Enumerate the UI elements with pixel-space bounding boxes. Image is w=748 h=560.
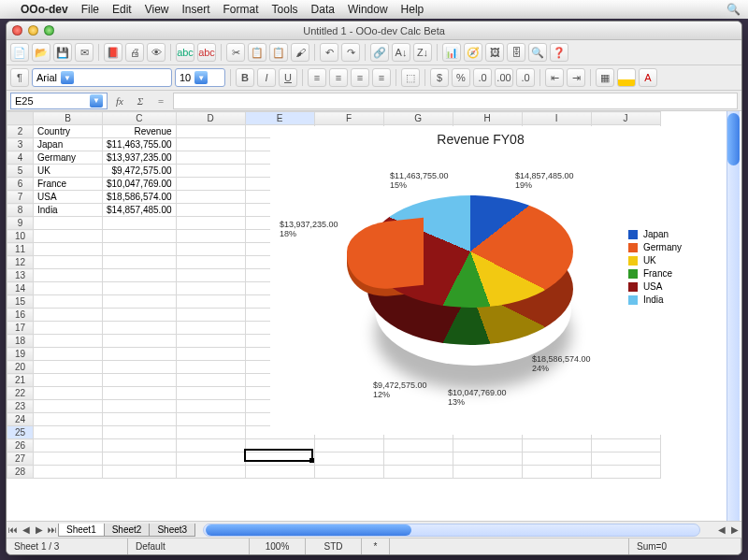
cell-D22[interactable] [176,387,245,400]
cell-D12[interactable] [176,256,245,269]
cell-C13[interactable] [103,269,177,282]
align-right-button[interactable]: ≡ [351,68,369,87]
chart-button[interactable]: 📊 [442,43,461,62]
cell-B17[interactable] [34,322,103,335]
row-header-5[interactable]: 5 [7,165,34,178]
row-header-4[interactable]: 4 [7,151,34,165]
merge-cells-button[interactable]: ⬚ [401,68,420,87]
menu-help[interactable]: Help [401,3,424,16]
sort-asc-button[interactable]: A↓ [392,43,410,62]
cell-B13[interactable] [34,269,103,282]
cell-C24[interactable] [103,413,177,426]
cell-D20[interactable] [176,361,245,374]
row-header-15[interactable]: 15 [7,295,34,309]
row-header-12[interactable]: 12 [7,256,34,269]
italic-button[interactable]: I [257,68,276,87]
cell-D11[interactable] [176,243,245,256]
hyperlink-button[interactable]: 🔗 [370,43,389,62]
row-header-11[interactable]: 11 [7,243,34,256]
align-center-button[interactable]: ≡ [329,68,348,87]
menu-app[interactable]: OOo-dev [21,3,68,16]
row-header-13[interactable]: 13 [7,269,34,282]
cell-C28[interactable] [103,466,177,479]
row-header-21[interactable]: 21 [7,374,34,387]
currency-button[interactable]: $ [430,68,449,87]
tab-prev-button[interactable]: ◀ [20,524,33,537]
cell-D13[interactable] [176,269,245,282]
chevron-down-icon[interactable]: ▼ [61,71,74,84]
cell-D28[interactable] [176,466,245,479]
row-header-18[interactable]: 18 [7,335,34,348]
row-header-3[interactable]: 3 [7,138,34,151]
menu-format[interactable]: Format [223,3,259,16]
cell-D9[interactable] [176,217,245,230]
zoom-button[interactable]: 🔍 [528,43,547,62]
row-header-24[interactable]: 24 [7,413,34,426]
cell-D23[interactable] [176,400,245,413]
cell-C7[interactable]: $18,586,574.00 [103,191,177,204]
row-header-8[interactable]: 8 [7,204,34,217]
menu-window[interactable]: Window [348,3,388,16]
print-preview-button[interactable]: 👁 [147,43,165,62]
cell-D26[interactable] [176,439,245,452]
align-left-button[interactable]: ≡ [308,68,326,87]
cell-B22[interactable] [34,387,103,400]
function-wizard-button[interactable]: fx [111,93,128,109]
col-header-G[interactable]: G [383,112,453,125]
row-header-22[interactable]: 22 [7,387,34,400]
cell-D18[interactable] [176,335,245,348]
cell-D4[interactable] [176,151,245,165]
cell-B15[interactable] [34,295,103,309]
cell-C16[interactable] [103,309,177,322]
row-header-23[interactable]: 23 [7,400,34,413]
cell-C11[interactable] [103,243,177,256]
redo-button[interactable]: ↷ [341,43,360,62]
titlebar[interactable]: Untitled 1 - OOo-dev Calc Beta [7,22,741,40]
datasources-button[interactable]: 🗄 [507,43,525,62]
col-header-F[interactable]: F [314,112,383,125]
open-button[interactable]: 📂 [32,43,50,62]
row-header-2[interactable]: 2 [7,125,34,138]
export-pdf-button[interactable]: 📕 [104,43,122,62]
row-header-27[interactable]: 27 [7,452,34,466]
navigator-button[interactable]: 🧭 [464,43,482,62]
undo-button[interactable]: ↶ [320,43,338,62]
menu-data[interactable]: Data [311,3,335,16]
increase-indent-button[interactable]: ⇥ [567,68,585,87]
cell-D15[interactable] [176,295,245,309]
delete-decimal-button[interactable]: .0 [516,68,535,87]
cell-C3[interactable]: $11,463,755.00 [103,138,177,151]
cell-B16[interactable] [34,309,103,322]
cell-I28[interactable] [522,466,591,479]
cell-H27[interactable] [453,452,522,466]
align-justify-button[interactable]: ≡ [372,68,391,87]
cell-B8[interactable]: India [34,204,103,217]
minimize-icon[interactable] [28,25,38,36]
cell-H26[interactable] [453,439,522,452]
cell-D10[interactable] [176,230,245,243]
row-header-14[interactable]: 14 [7,282,34,295]
scrollbar-thumb[interactable] [727,113,740,165]
cell-I26[interactable] [522,439,591,452]
cell-B14[interactable] [34,282,103,295]
pie-chart[interactable]: Revenue FY08 $11,463,755.0015% $13,937,2… [270,126,691,435]
spotlight-icon[interactable]: 🔍 [726,3,741,16]
cell-B23[interactable] [34,400,103,413]
cell-B12[interactable] [34,256,103,269]
cell-D8[interactable] [176,204,245,217]
cell-E28[interactable] [245,466,314,479]
cell-J28[interactable] [591,466,660,479]
status-sum[interactable]: Sum=0 [629,538,741,554]
standard-format-button[interactable]: .0 [473,68,492,87]
cell-G26[interactable] [383,439,453,452]
status-zoom[interactable]: 100% [250,538,306,554]
cell-B27[interactable] [34,452,103,466]
cell-C19[interactable] [103,348,177,361]
cell-C6[interactable]: $10,047,769.00 [103,178,177,191]
cell-C23[interactable] [103,400,177,413]
name-box[interactable]: E25 ▼ [10,93,108,109]
scroll-left-button[interactable]: ◀ [715,524,728,537]
bold-button[interactable]: B [236,68,254,87]
cell-J27[interactable] [591,452,660,466]
cell-D27[interactable] [176,452,245,466]
